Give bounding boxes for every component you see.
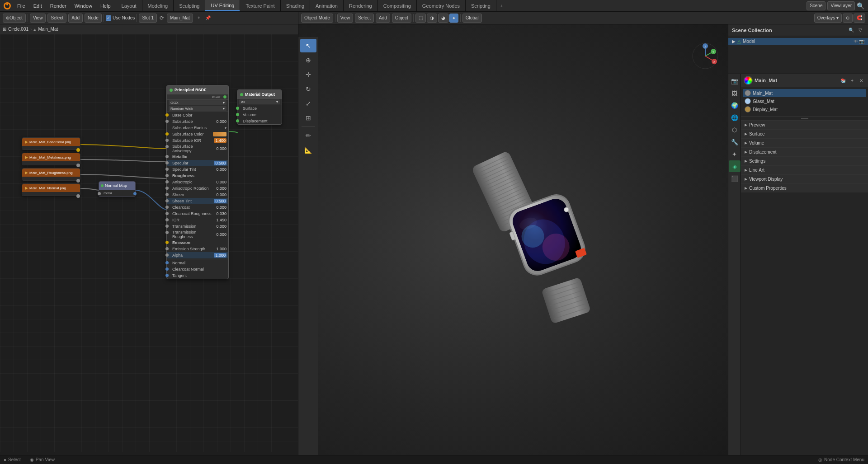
texture-node-normal[interactable]: ▶ Main_Mat_Normal.png xyxy=(22,183,80,196)
view-layer-selector[interactable]: ViewLayer xyxy=(827,1,855,10)
vp-view-btn[interactable]: View xyxy=(337,14,354,23)
outliner-item-mesh-icon: △ xyxy=(737,39,741,44)
props-icon-scene[interactable]: 🌍 xyxy=(729,99,741,111)
use-nodes-checkbox-box[interactable]: ✓ xyxy=(106,15,111,21)
props-icon-output[interactable]: 🖼 xyxy=(729,87,741,99)
new-material-btn[interactable]: + xyxy=(195,14,203,22)
outliner-filter-btn[interactable]: ▽ xyxy=(856,26,864,34)
material-item-mainmat[interactable]: Main_Mat xyxy=(743,89,866,97)
tab-sculpting[interactable]: Sculpting xyxy=(174,0,205,11)
add-menu-btn[interactable]: Add xyxy=(68,14,83,23)
menu-edit[interactable]: Edit xyxy=(30,2,46,9)
section-custom-props[interactable]: ▶ Custom Properties xyxy=(741,183,868,192)
sheen-tint-label: Sheen Tint xyxy=(172,199,213,203)
transmission-label: Transmission xyxy=(172,224,213,229)
vp-object-btn[interactable]: Object xyxy=(392,14,411,23)
cursor-tool[interactable]: ⊕ xyxy=(300,53,316,67)
section-surface[interactable]: ▶ Surface xyxy=(741,129,868,138)
texture-node-metalness[interactable]: ▶ Main_Mat_Metalness.png xyxy=(22,153,80,165)
tab-animation[interactable]: Animation xyxy=(310,0,344,11)
section-surface-label: Surface xyxy=(749,131,764,136)
props-icon-material[interactable]: ◈ xyxy=(729,160,741,172)
props-icon-object[interactable]: ⬡ xyxy=(729,124,741,136)
object-mode-btn[interactable]: Object Mode xyxy=(301,14,333,23)
svg-point-2 xyxy=(6,4,8,5)
menu-help[interactable]: Help xyxy=(97,2,114,9)
rotate-tool[interactable]: ↻ xyxy=(300,82,316,96)
props-icon-world[interactable]: 🌐 xyxy=(729,112,741,123)
material-item-glassmat[interactable]: Glass_Mat xyxy=(743,97,866,105)
editor-type-btn[interactable]: ⊕ Object xyxy=(3,14,26,23)
move-tool[interactable]: ✛ xyxy=(300,68,316,81)
normal-map-node[interactable]: Normal Map Color xyxy=(99,181,136,197)
select-tool[interactable]: ↖ xyxy=(300,39,316,52)
select-menu-btn[interactable]: Select xyxy=(47,14,66,23)
principled-bsdf-node[interactable]: Principled BSDF BSDF GGX ▾ Random Walk xyxy=(166,85,229,279)
measure-tool[interactable]: 📐 xyxy=(300,143,316,157)
props-icon-particles[interactable]: ✦ xyxy=(729,148,741,160)
overlays-btn[interactable]: Overlays ▾ xyxy=(814,14,842,23)
search-button[interactable]: 🔍 xyxy=(857,2,864,9)
section-preview[interactable]: ▶ Preview xyxy=(741,120,868,129)
props-icon-render[interactable]: 📷 xyxy=(729,75,741,87)
tab-texture-paint[interactable]: Texture Paint xyxy=(240,0,280,11)
tab-scripting[interactable]: Scripting xyxy=(466,0,496,11)
props-content-scroll[interactable]: Main_Mat 📚 + ✕ xyxy=(741,74,868,455)
section-volume[interactable]: ▶ Volume xyxy=(741,138,868,147)
tab-modeling[interactable]: Modeling xyxy=(142,0,174,11)
node-menu-btn[interactable]: Node xyxy=(85,14,102,23)
slot-selector[interactable]: Slot 1 xyxy=(139,14,157,23)
menu-render[interactable]: Render xyxy=(47,2,70,9)
transform-btn[interactable]: Global xyxy=(462,14,482,23)
section-settings[interactable]: ▶ Settings xyxy=(741,156,868,165)
viewport-3d[interactable]: ↖ ⊕ ✛ ↻ ⤢ ⊞ ✏ 📐 xyxy=(298,24,728,455)
wireframe-btn[interactable]: ⬚ xyxy=(415,14,426,23)
tab-uv-editing[interactable]: UV Editing xyxy=(205,0,240,11)
texture-node-basecolor[interactable]: ▶ Main_Mat_BaseColor.png xyxy=(22,137,80,150)
tab-layout[interactable]: Layout xyxy=(116,0,142,11)
pin-btn[interactable]: 📌 xyxy=(204,14,212,22)
menu-window[interactable]: Window xyxy=(71,2,96,9)
section-lineart[interactable]: ▶ Line Art xyxy=(741,165,868,174)
vp-add-btn[interactable]: Add xyxy=(376,14,390,23)
tab-rendering[interactable]: Rendering xyxy=(344,0,378,11)
subsurface-color-swatch xyxy=(213,132,226,136)
menu-file[interactable]: File xyxy=(14,2,29,9)
annotate-tool[interactable]: ✏ xyxy=(300,129,316,142)
material-output-node[interactable]: Material Output All ▾ Surface Volume xyxy=(237,89,282,125)
mat-remove-btn[interactable]: ✕ xyxy=(857,76,865,84)
outliner-item-model[interactable]: ▶ △ Model 👁 📷 xyxy=(728,38,868,45)
volume-arrow: ▶ xyxy=(745,141,747,145)
section-displacement[interactable]: ▶ Displacement xyxy=(741,147,868,156)
tab-compositing[interactable]: Compositing xyxy=(378,0,417,11)
view-menu-btn[interactable]: View xyxy=(30,14,46,23)
scale-tool[interactable]: ⤢ xyxy=(300,97,316,110)
material-selector[interactable]: Main_Mat xyxy=(167,14,193,23)
props-icon-texture[interactable]: ⬛ xyxy=(729,173,741,184)
mat-add-btn[interactable]: + xyxy=(848,76,856,84)
breadcrumb-object-label: Circle.001 xyxy=(8,27,28,32)
add-workspace-tab[interactable]: + xyxy=(496,0,506,11)
material-item-displaymat[interactable]: Display_Mat xyxy=(743,105,866,113)
metalness-output-socket xyxy=(76,164,80,167)
material-preview-btn[interactable]: ◕ xyxy=(438,14,448,23)
use-nodes-checkbox[interactable]: ✓ Use Nodes xyxy=(106,15,135,21)
mat-browse-btn[interactable]: 📚 xyxy=(839,76,847,84)
tab-geometry-nodes[interactable]: Geometry Nodes xyxy=(417,0,466,11)
node-canvas[interactable]: ▶ Main_Mat_BaseColor.png ▶ Main_Mat_Meta… xyxy=(0,34,298,452)
emission-strength-label: Emission Strength xyxy=(172,247,213,251)
snap-btn[interactable]: 🧲 xyxy=(854,14,865,23)
row-ior: IOR 1.450 xyxy=(167,217,228,223)
props-icon-modifier[interactable]: 🔧 xyxy=(729,136,741,148)
solid-btn[interactable]: ◑ xyxy=(427,14,437,23)
rendered-btn[interactable]: ● xyxy=(449,14,458,23)
tab-shading[interactable]: Shading xyxy=(281,0,310,11)
outliner-search-btn[interactable]: 🔍 xyxy=(847,26,855,34)
specular-tint-label: Specular Tint xyxy=(172,167,213,172)
section-viewport-display[interactable]: ▶ Viewport Display xyxy=(741,174,868,183)
texture-node-roughness[interactable]: ▶ Main_Mat_Roughness.png xyxy=(22,168,80,181)
vp-select-btn[interactable]: Select xyxy=(355,14,374,23)
gizmo-btn[interactable]: ⊙ xyxy=(843,14,853,23)
scene-selector[interactable]: Scene xyxy=(807,1,826,10)
transform-tool[interactable]: ⊞ xyxy=(300,111,316,125)
